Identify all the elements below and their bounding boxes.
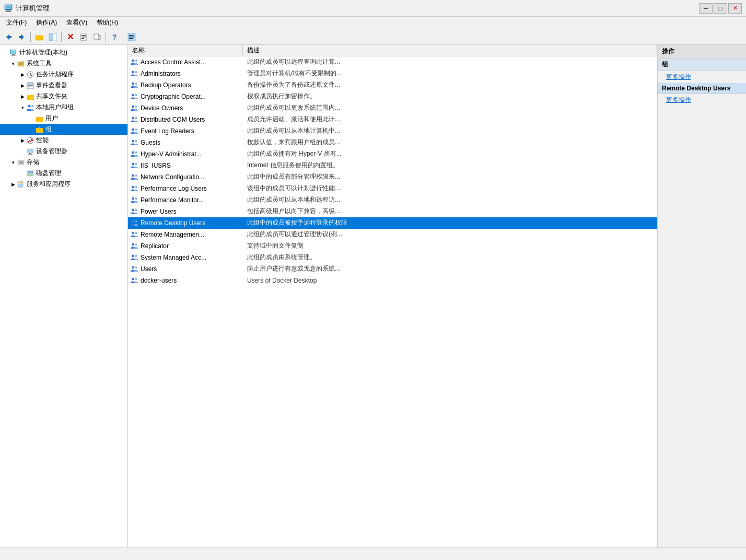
devicemanager-icon — [26, 147, 34, 156]
sidebar-label-performance: 性能 — [36, 136, 49, 145]
list-item[interactable]: Distributed COM Users成员允许启动、激活和使用此计... — [128, 114, 657, 125]
group-desc: 此组的成员拥有对 Hyper-V 所有... — [243, 149, 657, 158]
sidebar-label-systemtools: 系统工具 — [27, 59, 52, 68]
right-panel: 操作 组 更多操作 Remote Desktop Users 更多操作 — [657, 45, 746, 547]
minimize-button[interactable]: ─ — [699, 3, 713, 14]
expand-localusers-icon[interactable]: ▾ — [19, 104, 26, 111]
forward-button[interactable] — [16, 31, 28, 43]
list-item[interactable]: IIS_IUSRSInternet 信息服务使用的内置组。 — [128, 160, 657, 171]
svg-point-39 — [31, 97, 33, 98]
sidebar-item-devicemanager[interactable]: 设备管理器 — [0, 146, 127, 157]
group-name: Distributed COM Users — [141, 116, 205, 123]
svg-point-85 — [135, 209, 137, 211]
list-item[interactable]: Power Users包括高级用户以向下兼容，高级... — [128, 206, 657, 217]
sidebar-item-storage[interactable]: ▾ 存储 — [0, 157, 127, 168]
right-action-more-2[interactable]: 更多操作 — [658, 94, 746, 106]
extra-button[interactable] — [125, 31, 138, 43]
expand-services-icon[interactable]: ▶ — [9, 181, 17, 188]
list-item[interactable]: Event Log Readers此组的成员可以从本地计算机中... — [128, 125, 657, 137]
svg-rect-14 — [81, 37, 86, 38]
svg-rect-15 — [81, 38, 84, 39]
back-button[interactable] — [2, 31, 15, 43]
toolbar-sep-4 — [123, 32, 123, 42]
list-item[interactable]: Device Owners此组的成员可以更改系统范围内... — [128, 102, 657, 114]
folder-button[interactable] — [33, 31, 45, 43]
view-toggle-button[interactable] — [46, 31, 59, 43]
sidebar-item-groups[interactable]: 组 — [0, 124, 127, 135]
expand-storage-icon[interactable]: ▾ — [9, 159, 17, 166]
svg-rect-23 — [129, 38, 133, 39]
right-action-more-1[interactable]: 更多操作 — [658, 71, 746, 83]
sidebar-item-services[interactable]: ▶ 服务和应用程序 — [0, 179, 127, 190]
sidebar-label-root: 计算机管理(本地) — [19, 48, 67, 57]
content-header: 名称 描述 — [128, 45, 657, 56]
sidebar-item-users[interactable]: 用户 — [0, 113, 127, 124]
menu-file[interactable]: 文件(F) — [2, 17, 31, 28]
expand-systemtools-icon[interactable]: ▾ — [9, 60, 17, 67]
list-item[interactable]: Replicator支持域中的文件复制 — [128, 240, 657, 252]
sidebar-item-root[interactable]: 计算机管理(本地) — [0, 47, 127, 58]
close-button[interactable]: ✕ — [728, 3, 742, 14]
list-item[interactable]: docker-usersUsers of Docker Desktop — [128, 275, 657, 286]
sidebar-item-diskmanager[interactable]: 磁盘管理 — [0, 168, 127, 179]
group-icon — [130, 173, 138, 181]
expand-perf-icon[interactable]: ▶ — [19, 137, 26, 144]
menu-view[interactable]: 查看(V) — [62, 17, 91, 28]
delete-button[interactable]: ✕ — [64, 31, 76, 43]
svg-text:M: M — [7, 6, 9, 9]
list-item[interactable]: Administrators管理员对计算机/域有不受限制的... — [128, 68, 657, 79]
sidebar-item-localusers[interactable]: ▾ 本地用户和组 — [0, 102, 127, 113]
maximize-button[interactable]: □ — [714, 3, 727, 14]
list-item[interactable]: Performance Log Users该组中的成员可以计划进行性能... — [128, 183, 657, 194]
sidebar-item-performance[interactable]: ▶ 性能 — [0, 135, 127, 146]
list-item[interactable]: System Managed Acc...此组的成员由系统管理。 — [128, 252, 657, 263]
col-header-desc[interactable]: 描述 — [243, 45, 657, 56]
sidebar-label-storage: 存储 — [27, 158, 39, 167]
right-section-rdusers[interactable]: Remote Desktop Users — [658, 83, 746, 94]
group-icon — [130, 230, 138, 239]
expand-icon[interactable] — [2, 49, 9, 56]
list-item[interactable]: Access Control Assist...此组的成员可以远程查询此计算..… — [128, 56, 657, 68]
list-item[interactable]: Cryptographic Operat...授权成员执行加密操作。 — [128, 91, 657, 102]
list-item[interactable]: Hyper-V Administrat...此组的成员拥有对 Hyper-V 所… — [128, 148, 657, 160]
help-button[interactable]: ? — [108, 31, 121, 43]
svg-point-59 — [135, 60, 137, 62]
svg-point-81 — [135, 186, 137, 188]
content-list: Access Control Assist...此组的成员可以远程查询此计算..… — [128, 56, 657, 547]
toolbar-sep-3 — [106, 32, 106, 42]
sidebar-item-systemtools[interactable]: ▾ 系统工具 — [0, 58, 127, 69]
sidebar-item-eventviewer[interactable]: ▶ 事件查看器 — [0, 80, 127, 91]
expand-event-icon[interactable]: ▶ — [19, 82, 26, 89]
group-icon — [130, 184, 138, 193]
list-item[interactable]: Network Configuratio...此组中的成员有部分管理权限来... — [128, 171, 657, 183]
col-header-name[interactable]: 名称 — [128, 45, 243, 56]
menu-action[interactable]: 操作(A) — [32, 17, 61, 28]
group-name: Access Control Assist... — [141, 59, 206, 66]
svg-point-64 — [132, 94, 134, 96]
expand-task-icon[interactable]: ▶ — [19, 71, 26, 78]
group-name: Performance Monitor... — [141, 196, 204, 204]
group-name: Device Owners — [141, 104, 183, 112]
right-section-groups[interactable]: 组 — [658, 59, 746, 71]
group-desc: 支持域中的文件复制 — [243, 241, 657, 250]
list-item[interactable]: Users防止用户进行有意或无意的系统... — [128, 263, 657, 275]
svg-point-66 — [132, 105, 134, 108]
sidebar-item-sharedfolder[interactable]: ▶ 共享文件夹 — [0, 91, 127, 102]
expand-shared-icon[interactable]: ▶ — [19, 93, 26, 100]
sidebar-item-taskscheduler[interactable]: ▶ 任务计划程序 — [0, 69, 127, 80]
svg-point-91 — [135, 243, 137, 246]
export-button[interactable] — [91, 31, 103, 43]
services-icon — [17, 180, 25, 189]
diskmanager-icon — [26, 169, 34, 178]
list-item[interactable]: Performance Monitor...此组的成员可以从本地和远程访... — [128, 194, 657, 206]
menu-help[interactable]: 帮助(H) — [92, 17, 122, 28]
properties-button[interactable] — [77, 31, 90, 43]
toolbar-sep-1 — [30, 32, 31, 42]
list-item[interactable]: Backup Operators备份操作员为了备份或还原文件... — [128, 79, 657, 91]
list-item[interactable]: Remote Desktop Users此组中的成员被授予远程登录的权限 — [128, 217, 657, 229]
svg-point-51 — [22, 162, 23, 163]
list-item[interactable]: Remote Managemen...此组的成员可以通过管理协议(例... — [128, 229, 657, 240]
list-item[interactable]: Guests按默认值，来宾跟用户组的成员... — [128, 137, 657, 148]
group-icon — [130, 196, 138, 204]
svg-point-69 — [135, 117, 137, 119]
